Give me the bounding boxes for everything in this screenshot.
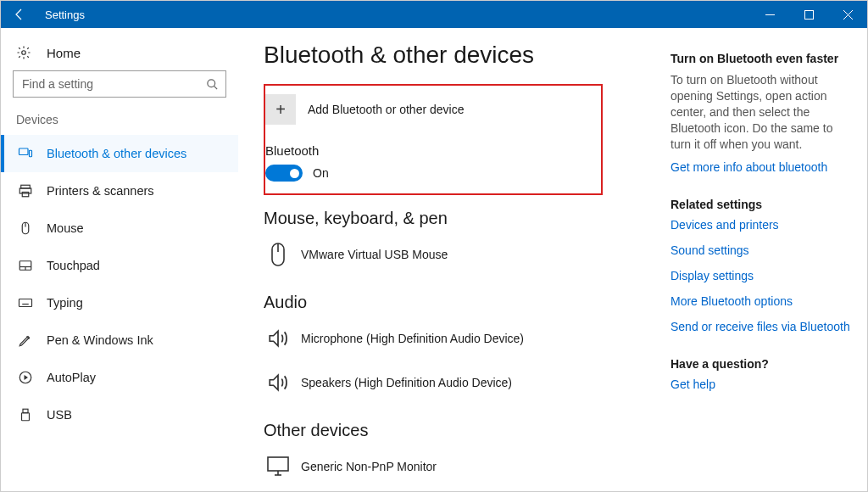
device-item[interactable]: Generic Non-PnP Monitor <box>264 447 637 486</box>
sidebar-item-bluetooth[interactable]: Bluetooth & other devices <box>1 135 238 172</box>
svg-marker-29 <box>270 331 278 345</box>
bluetooth-toggle[interactable] <box>265 165 303 182</box>
speaker-icon <box>264 368 292 397</box>
svg-marker-24 <box>25 375 29 380</box>
device-label: VMware Virtual USB Mouse <box>301 248 448 261</box>
sidebar-item-usb[interactable]: USB <box>1 396 238 433</box>
device-label: Microphone (High Definition Audio Device… <box>301 332 524 345</box>
right-panel: Turn on Bluetooth even faster To turn on… <box>664 28 867 491</box>
section-title: Mouse, keyboard, & pen <box>264 209 637 228</box>
sidebar-item-printers[interactable]: Printers & scanners <box>1 172 238 210</box>
sidebar-item-label: AutoPlay <box>47 371 96 384</box>
home-label: Home <box>47 46 81 60</box>
usb-icon <box>16 407 35 422</box>
devices-icon <box>16 146 35 161</box>
section-other: Other devices Generic Non-PnP Monitor <box>264 421 637 486</box>
related-link[interactable]: Send or receive files via Bluetooth <box>670 320 850 333</box>
minimize-button[interactable] <box>750 1 789 28</box>
device-item[interactable]: Microphone (High Definition Audio Device… <box>264 319 637 358</box>
search-input[interactable] <box>13 70 226 98</box>
monitor-icon <box>264 452 292 481</box>
back-button[interactable] <box>1 1 38 28</box>
mouse-icon <box>264 240 292 269</box>
sidebar-section-label: Devices <box>1 113 238 131</box>
related-title: Related settings <box>670 198 850 211</box>
svg-marker-30 <box>270 375 278 389</box>
page-title: Bluetooth & other devices <box>264 42 648 69</box>
sidebar-item-label: Printers & scanners <box>47 184 154 198</box>
maximize-button[interactable] <box>789 1 828 28</box>
titlebar: Settings <box>1 1 867 28</box>
svg-rect-31 <box>268 457 288 471</box>
search-icon <box>206 78 219 91</box>
related-link[interactable]: Devices and printers <box>670 218 850 232</box>
section-audio: Audio Microphone (High Definition Audio … <box>264 293 637 402</box>
bluetooth-label: Bluetooth <box>265 143 591 158</box>
sidebar-item-label: Touchpad <box>47 259 100 272</box>
highlight-box: + Add Bluetooth or other device Bluetoot… <box>264 84 603 195</box>
search-field[interactable] <box>20 76 190 92</box>
device-item[interactable]: Speakers (High Definition Audio Device) <box>264 363 637 402</box>
mouse-icon <box>16 221 35 236</box>
bluetooth-state: On <box>313 166 329 180</box>
section-mouse: Mouse, keyboard, & pen VMware Virtual US… <box>264 209 637 274</box>
svg-rect-25 <box>23 409 28 413</box>
sidebar-item-pen[interactable]: Pen & Windows Ink <box>1 321 238 359</box>
svg-rect-8 <box>30 150 32 157</box>
add-device-button[interactable]: + Add Bluetooth or other device <box>265 94 591 125</box>
sidebar-item-autoplay[interactable]: AutoPlay <box>1 359 238 396</box>
svg-rect-26 <box>22 413 30 421</box>
sidebar-item-touchpad[interactable]: Touchpad <box>1 247 238 284</box>
touchpad-icon <box>16 258 35 273</box>
tip-text: To turn on Bluetooth without opening Set… <box>670 72 850 152</box>
sidebar-item-label: Pen & Windows Ink <box>47 333 153 347</box>
sidebar-item-label: Typing <box>47 296 83 310</box>
home-link[interactable]: Home <box>1 40 238 70</box>
keyboard-icon <box>16 295 35 310</box>
sidebar: Home Devices Bluetooth & other devices P… <box>1 28 238 491</box>
sidebar-item-label: USB <box>47 408 72 422</box>
tip-link[interactable]: Get more info about bluetooth <box>670 160 850 174</box>
device-item[interactable]: VMware Virtual USB Mouse <box>264 235 637 274</box>
pen-icon <box>16 333 35 348</box>
device-label: Speakers (High Definition Audio Device) <box>301 376 512 389</box>
svg-rect-1 <box>804 10 813 19</box>
sidebar-item-typing[interactable]: Typing <box>1 284 238 321</box>
sidebar-item-mouse[interactable]: Mouse <box>1 210 238 247</box>
add-device-label: Add Bluetooth or other device <box>308 103 464 116</box>
svg-rect-17 <box>19 299 32 307</box>
device-label: Generic Non-PnP Monitor <box>301 460 437 473</box>
tip-title: Turn on Bluetooth even faster <box>670 52 850 65</box>
svg-rect-11 <box>22 193 29 197</box>
gear-icon <box>16 45 35 60</box>
svg-rect-7 <box>19 148 29 155</box>
related-link[interactable]: More Bluetooth options <box>670 294 850 308</box>
related-link[interactable]: Sound settings <box>670 243 850 257</box>
window-controls <box>750 1 867 28</box>
svg-line-6 <box>214 86 217 89</box>
help-link[interactable]: Get help <box>670 377 850 391</box>
plus-icon: + <box>265 94 296 125</box>
section-title: Audio <box>264 293 637 312</box>
sidebar-item-label: Mouse <box>47 221 84 235</box>
close-button[interactable] <box>828 1 867 28</box>
sidebar-item-label: Bluetooth & other devices <box>47 147 186 160</box>
section-title: Other devices <box>264 421 637 440</box>
main-panel: Bluetooth & other devices + Add Bluetoot… <box>238 28 664 491</box>
question-title: Have a question? <box>670 357 850 371</box>
svg-point-4 <box>22 51 26 55</box>
related-link[interactable]: Display settings <box>670 269 850 282</box>
window-title: Settings <box>38 1 750 28</box>
speaker-icon <box>264 324 292 353</box>
printer-icon <box>16 183 35 198</box>
autoplay-icon <box>16 370 35 385</box>
svg-rect-10 <box>19 188 31 193</box>
svg-point-5 <box>208 79 215 87</box>
